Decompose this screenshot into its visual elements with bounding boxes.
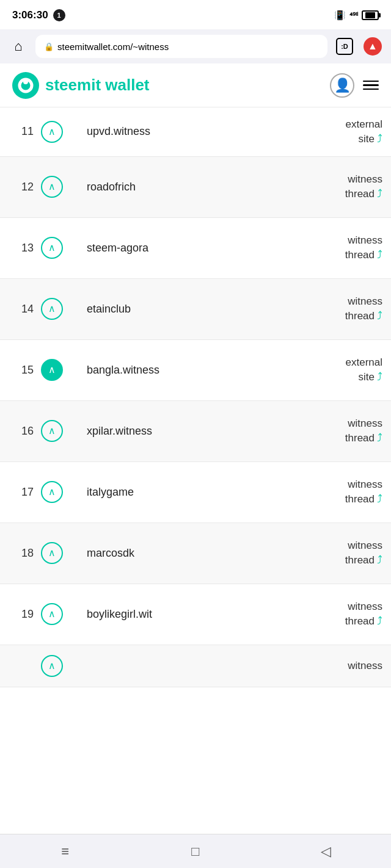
witness-table: 11 ∧ upvd.witness external site ⤴ 12 ∧ r…	[0, 107, 391, 687]
url-text: steemitwallet.com/~witness	[57, 42, 319, 52]
witness-link[interactable]: witness thread ⤴	[275, 162, 391, 211]
vote-button[interactable]: ∧	[41, 603, 63, 625]
link-text-line2: thread	[345, 309, 375, 324]
app-logo: steemit wallet	[12, 72, 150, 99]
witness-name: marcosdk	[79, 537, 275, 570]
link-text-line2: thread	[345, 248, 375, 262]
rank-col: 19 ∧	[0, 593, 79, 635]
external-link-icon: ⤴	[377, 615, 382, 627]
avatar-button[interactable]: 👤	[330, 73, 354, 98]
external-link-icon: ⤴	[377, 432, 382, 444]
browser-home-button[interactable]: ⌂	[7, 35, 29, 57]
chevron-up-icon: ∧	[48, 609, 56, 619]
status-bar: 3:06:30 1 📳 ⁴⁹ᴵˡ	[0, 0, 391, 29]
witness-link[interactable]: witness thread ⤴	[275, 590, 391, 638]
link-text-line2: thread	[345, 492, 375, 507]
chevron-up-icon: ∧	[48, 365, 56, 375]
app-header: steemit wallet 👤	[0, 63, 391, 107]
chevron-up-icon: ∧	[48, 426, 56, 436]
witness-name: upvd.witness	[79, 115, 275, 148]
vote-button[interactable]: ∧	[41, 298, 63, 320]
chevron-up-icon: ∧	[48, 487, 56, 497]
link-text-line2: thread	[345, 614, 375, 629]
back-nav-icon: ◁	[321, 844, 331, 859]
rank-number: 16	[16, 425, 34, 438]
link-text-line1: witness	[348, 294, 382, 309]
table-row: 17 ∧ italygame witness thread ⤴	[0, 462, 391, 523]
menu-icon	[363, 84, 379, 86]
witness-name: roadofrich	[79, 171, 275, 203]
witness-name: steem-agora	[79, 232, 275, 264]
witness-link[interactable]: external site ⤴	[275, 107, 391, 156]
witness-name: boylikegirl.wit	[79, 598, 275, 631]
witness-link[interactable]: witness thread ⤴	[275, 223, 391, 272]
chevron-up-icon: ∧	[48, 127, 56, 137]
witness-name: bangla.witness	[79, 354, 275, 386]
witness-name: xpilar.witness	[79, 415, 275, 447]
external-link-icon: ⤴	[377, 248, 382, 261]
link-text-line1: witness	[348, 233, 382, 248]
lock-icon: 🔒	[44, 42, 54, 51]
rank-col: ∧	[0, 645, 79, 687]
witness-name: italygame	[79, 476, 275, 508]
vote-button[interactable]: ∧	[41, 542, 63, 564]
rank-number: 18	[16, 547, 34, 560]
external-link-icon: ⤴	[377, 493, 382, 505]
vote-button[interactable]: ∧	[41, 176, 63, 198]
rank-number: 15	[16, 364, 34, 377]
witness-link[interactable]: witness thread ⤴	[275, 529, 391, 577]
external-link-icon: ⤴	[377, 371, 382, 383]
chevron-up-icon: ∧	[48, 304, 56, 314]
external-link-icon: ⤴	[377, 187, 382, 200]
table-row: 12 ∧ roadofrich witness thread ⤴	[0, 157, 391, 218]
rank-number: 12	[16, 181, 34, 193]
vote-button[interactable]: ∧	[41, 655, 63, 677]
browser-tab-button[interactable]: :D	[334, 35, 356, 57]
witness-link[interactable]: witness thread ⤴	[275, 468, 391, 516]
table-row: 15 ∧ bangla.witness external site ⤴	[0, 340, 391, 401]
vote-button[interactable]: ∧	[41, 359, 63, 381]
vote-button[interactable]: ∧	[41, 121, 63, 143]
action-icon: ▲	[364, 37, 382, 56]
nav-home-button[interactable]: □	[171, 838, 220, 865]
vote-button[interactable]: ∧	[41, 481, 63, 503]
browser-action-button[interactable]: ▲	[362, 35, 384, 57]
link-text-line2: site	[359, 132, 375, 146]
svg-point-2	[23, 79, 28, 84]
rank-col: 18 ∧	[0, 532, 79, 574]
link-text-line2: thread	[345, 431, 375, 446]
link-text-line1: witness	[348, 538, 382, 553]
external-link-icon: ⤴	[377, 132, 382, 145]
link-text-line1: witness	[348, 477, 382, 492]
external-link-icon: ⤴	[377, 309, 382, 322]
witness-link[interactable]: external site ⤴	[275, 345, 391, 394]
table-row: 18 ∧ marcosdk witness thread ⤴	[0, 523, 391, 584]
table-row: 19 ∧ boylikegirl.wit witness thread ⤴	[0, 584, 391, 645]
nav-menu-button[interactable]: ≡	[41, 838, 90, 865]
battery-icon	[362, 10, 379, 20]
rank-number: 17	[16, 486, 34, 499]
link-text-line1: witness	[348, 599, 382, 614]
table-row: 13 ∧ steem-agora witness thread ⤴	[0, 218, 391, 279]
witness-link[interactable]: witness	[275, 649, 391, 683]
table-row: 14 ∧ etainclub witness thread ⤴	[0, 279, 391, 340]
chevron-up-icon: ∧	[48, 661, 56, 671]
table-row: 16 ∧ xpilar.witness witness thread ⤴	[0, 401, 391, 462]
vote-button[interactable]: ∧	[41, 420, 63, 442]
link-text-line1: external	[346, 355, 382, 370]
rank-col: 14 ∧	[0, 288, 79, 330]
witness-rows: 12 ∧ roadofrich witness thread ⤴ 13 ∧ st…	[0, 157, 391, 645]
rank-col: 13 ∧	[0, 227, 79, 269]
status-time: 3:06:30	[12, 9, 48, 21]
menu-button[interactable]	[363, 81, 379, 90]
logo-text: steemit wallet	[45, 76, 150, 95]
browser-bar: ⌂ 🔒 steemitwallet.com/~witness :D ▲	[0, 29, 391, 63]
witness-link[interactable]: witness thread ⤴	[275, 284, 391, 333]
nav-back-button[interactable]: ◁	[301, 838, 350, 865]
vote-button[interactable]: ∧	[41, 237, 63, 259]
menu-icon	[363, 81, 379, 82]
link-text-line1: witness	[348, 172, 382, 187]
witness-link[interactable]: witness thread ⤴	[275, 407, 391, 455]
home-icon: ⌂	[14, 38, 22, 54]
browser-url-bar[interactable]: 🔒 steemitwallet.com/~witness	[35, 35, 327, 58]
